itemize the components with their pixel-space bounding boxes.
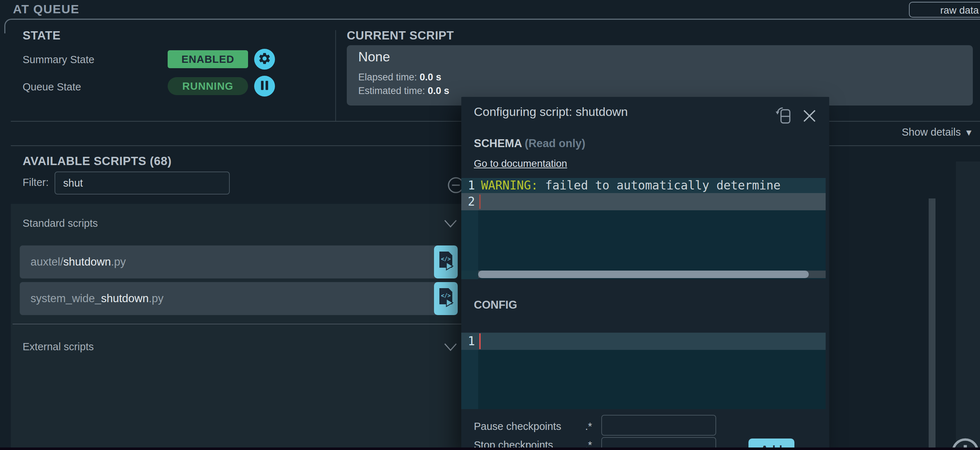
configure-script-button[interactable]: </> <box>434 282 458 315</box>
external-scripts-group[interactable]: External scripts <box>22 341 94 353</box>
pause-checkpoints-hint: .* <box>585 421 592 433</box>
script-name: auxtel/shutdown.py <box>30 245 126 278</box>
close-icon[interactable] <box>801 108 818 126</box>
current-script-name: None <box>358 49 390 65</box>
script-row-auxtel-shutdown[interactable]: auxtel/shutdown.py </> <box>20 245 458 278</box>
config-editor[interactable]: 1 <box>461 333 826 409</box>
estimated-time: Estimated time: 0.0 s <box>358 86 449 97</box>
at-queue-page: AT QUEUE raw data STATE Summary State EN… <box>0 0 980 450</box>
standard-scripts-group[interactable]: Standard scripts <box>22 218 98 229</box>
editor-line: 1 WARNING: failed to automatically deter… <box>461 178 826 193</box>
panel-border <box>4 19 980 33</box>
chevron-down-icon[interactable] <box>443 219 458 229</box>
editor-line-active: 1 <box>461 333 826 350</box>
elapsed-time: Elapsed time: 0.0 s <box>358 72 441 83</box>
summary-state-config-button[interactable] <box>254 49 275 70</box>
chevron-down-icon: ▼ <box>964 127 973 137</box>
page-title: AT QUEUE <box>13 2 80 16</box>
right-panel-edge <box>956 162 980 450</box>
script-launch-icon: </> <box>437 287 455 310</box>
state-heading: STATE <box>22 29 60 42</box>
summary-state-label: Summary State <box>22 54 94 66</box>
editor-line-active: 2 <box>461 193 826 210</box>
vertical-scrollbar[interactable] <box>929 199 935 450</box>
gear-icon <box>258 52 271 67</box>
schema-heading: SCHEMA (Read only) <box>474 137 585 150</box>
queue-state-badge: RUNNING <box>168 77 248 95</box>
show-details-toggle[interactable]: Show details▼ <box>902 126 973 138</box>
chevron-down-icon[interactable] <box>443 342 458 352</box>
pause-checkpoints-input[interactable] <box>601 415 716 436</box>
resize-rotate-icon[interactable] <box>775 106 792 127</box>
svg-text:</>: </> <box>441 293 451 299</box>
pause-checkpoints-label: Pause checkpoints <box>474 421 561 433</box>
script-row-system-wide-shutdown[interactable]: system_wide_shutdown.py </> <box>20 282 458 315</box>
svg-text:</>: </> <box>441 256 451 262</box>
pause-icon <box>258 79 270 93</box>
text-cursor <box>479 333 480 349</box>
modal-title: Configuring script: shutdown <box>474 105 628 119</box>
script-name: system_wide_shutdown.py <box>30 282 164 315</box>
warning-token: WARNING: <box>481 178 538 192</box>
filter-label: Filter: <box>22 177 49 188</box>
filter-input[interactable] <box>54 172 230 194</box>
script-launch-icon: </> <box>437 250 455 274</box>
horizontal-scrollbar[interactable] <box>478 270 826 278</box>
available-scripts-heading: AVAILABLE SCRIPTS (68) <box>22 154 172 168</box>
summary-state-badge: ENABLED <box>168 50 248 68</box>
configure-script-button[interactable]: </> <box>434 245 458 278</box>
scrollbar-thumb[interactable] <box>478 270 809 278</box>
current-script-heading: CURRENT SCRIPT <box>347 29 454 42</box>
schema-editor[interactable]: 1 WARNING: failed to automatically deter… <box>461 178 826 279</box>
configure-script-modal: Configuring script: shutdown SCHEMA (Rea… <box>461 97 829 450</box>
raw-data-button[interactable]: raw data <box>909 2 980 17</box>
current-script-panel: None Elapsed time: 0.0 s Estimated time:… <box>347 45 973 105</box>
state-current-divider <box>335 30 336 121</box>
text-cursor <box>479 194 480 209</box>
window-bottom-edge <box>0 447 980 450</box>
queue-state-label: Queue State <box>22 81 81 93</box>
config-heading: CONFIG <box>474 299 517 312</box>
queue-pause-button[interactable] <box>254 76 275 97</box>
documentation-link[interactable]: Go to documentation <box>474 158 567 169</box>
